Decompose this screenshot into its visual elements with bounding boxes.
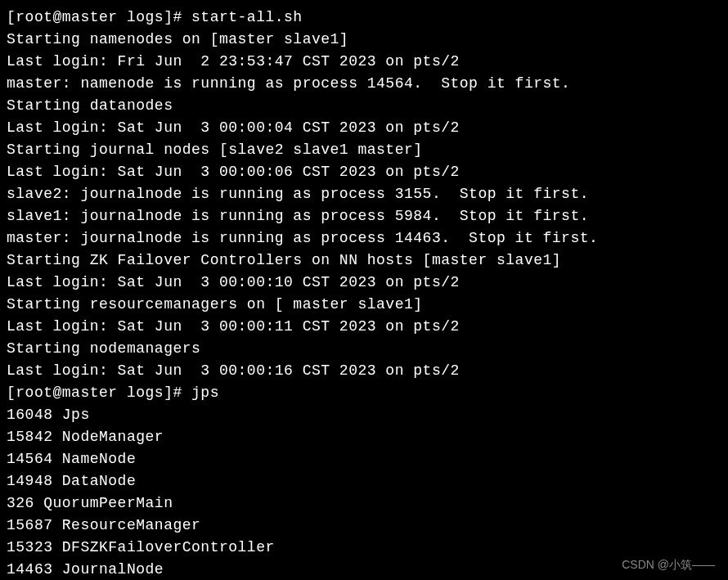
terminal-line: 14564 NameNode [7,448,721,470]
terminal-line: slave2: journalnode is running as proces… [7,183,721,205]
terminal-line: 15687 ResourceManager [7,515,721,537]
terminal-line: slave1: journalnode is running as proces… [7,205,721,227]
terminal-line: 326 QuorumPeerMain [7,492,721,515]
terminal-output[interactable]: [root@master logs]# start-all.shStarting… [7,7,721,580]
terminal-line: [root@master logs]# start-all.sh [7,7,721,29]
watermark-text: CSDN @小筑—— [622,556,715,573]
shell-command: jps [191,384,219,401]
terminal-line: Starting ZK Failover Controllers on NN h… [7,250,721,272]
terminal-line: Starting nodemanagers [7,338,721,360]
terminal-line: [root@master logs]# jps [7,382,721,404]
terminal-line: 16048 Jps [7,404,721,426]
terminal-line: 15323 DFSZKFailoverController [7,537,721,559]
terminal-line: master: namenode is running as process 1… [7,73,721,95]
terminal-line: 14948 DataNode [7,470,721,492]
terminal-line: Last login: Sat Jun 3 00:00:10 CST 2023 … [7,272,721,294]
shell-command: start-all.sh [191,9,303,25]
terminal-line: Last login: Sat Jun 3 00:00:06 CST 2023 … [7,161,721,183]
terminal-line: Starting datanodes [7,95,721,117]
terminal-line: Starting journal nodes [slave2 slave1 ma… [7,139,721,161]
shell-prompt: [root@master logs]# [7,9,191,25]
terminal-line: Starting resourcemanagers on [ master sl… [7,294,721,316]
terminal-line: Last login: Sat Jun 3 00:00:16 CST 2023 … [7,360,721,382]
terminal-line: Last login: Sat Jun 3 00:00:04 CST 2023 … [7,117,721,139]
terminal-line: Starting namenodes on [master slave1] [7,29,721,51]
terminal-line: Last login: Fri Jun 2 23:53:47 CST 2023 … [7,51,721,73]
terminal-line: 15842 NodeManager [7,426,721,448]
terminal-line: master: journalnode is running as proces… [7,227,721,250]
shell-prompt: [root@master logs]# [7,384,191,401]
terminal-line: 14463 JournalNode [7,559,721,580]
terminal-line: Last login: Sat Jun 3 00:00:11 CST 2023 … [7,316,721,338]
